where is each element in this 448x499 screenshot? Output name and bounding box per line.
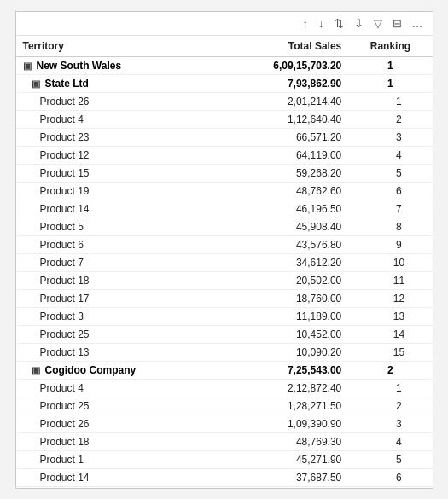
product-name: Product 14	[16, 468, 212, 486]
product-ranking: 8	[348, 218, 432, 235]
product-name: Product 3	[16, 307, 212, 325]
product-sales: 45,908.40	[212, 218, 348, 235]
expand-icon[interactable]: ▣	[32, 78, 44, 90]
table-row: Product 4 2,12,872.40 1	[16, 379, 433, 397]
subgroup-ranking: 2	[348, 361, 432, 379]
product-sales: 37,687.50	[212, 468, 348, 486]
product-ranking: 15	[348, 343, 432, 361]
product-name: Product 19	[16, 182, 212, 200]
product-name: Product 12	[16, 146, 212, 164]
product-ranking: 12	[348, 289, 432, 307]
table-row: Product 23 66,571.20 3	[16, 128, 433, 146]
product-ranking: 10	[348, 253, 432, 271]
product-sales: 10,090.20	[212, 343, 348, 361]
product-name: Product 14	[16, 200, 212, 218]
product-sales: 64,119.00	[212, 146, 348, 164]
table-row: Product 19 48,762.60 6	[16, 182, 433, 200]
table-row: Product 7 34,612.20 10	[16, 253, 433, 271]
table-row: Product 5 32,119.80 7	[16, 486, 433, 488]
product-ranking: 3	[348, 415, 432, 432]
product-ranking: 2	[348, 397, 432, 415]
product-sales: 48,769.30	[212, 432, 348, 450]
expand-icon[interactable]: ▣	[23, 61, 35, 72]
table-row: Product 18 48,769.30 4	[16, 432, 433, 450]
download-icon[interactable]: ⇩	[352, 16, 366, 31]
table-header-row: Territory Total Sales Ranking	[16, 36, 433, 57]
table-row: Product 17 18,760.00 12	[16, 289, 433, 307]
table-row: Product 13 10,090.20 15	[16, 343, 433, 361]
col-territory: Territory	[16, 36, 212, 57]
table-row: Product 14 46,196.50 7	[16, 200, 433, 218]
table-row: Product 6 43,576.80 9	[16, 235, 433, 253]
product-sales: 10,452.00	[212, 325, 348, 343]
product-ranking: 1	[348, 92, 432, 110]
product-sales: 46,196.50	[212, 200, 348, 218]
expand-icon[interactable]: ▣	[32, 365, 44, 376]
product-sales: 2,12,872.40	[212, 379, 348, 397]
product-sales: 43,576.80	[212, 235, 348, 253]
product-ranking: 6	[348, 182, 432, 200]
product-ranking: 5	[348, 450, 432, 468]
product-sales: 45,271.90	[212, 450, 348, 468]
table-row: Product 25 1,28,271.50 2	[16, 397, 433, 415]
product-ranking: 4	[348, 432, 432, 450]
product-name: Product 7	[16, 253, 212, 271]
table-row: Product 3 11,189.00 13	[16, 307, 433, 325]
product-sales: 1,28,271.50	[212, 397, 348, 415]
product-name: Product 5	[16, 218, 212, 235]
product-name: Product 18	[16, 432, 212, 450]
table-row: Product 18 20,502.00 11	[16, 271, 433, 289]
product-name: Product 15	[16, 164, 212, 182]
group-header-row[interactable]: ▣New South Wales 6,09,15,703.20 1	[16, 56, 433, 74]
toolbar: ↑ ↓ ⇅ ⇩ ▽ ⊟ …	[16, 12, 433, 36]
product-ranking: 5	[348, 164, 432, 182]
product-name: Product 17	[16, 289, 212, 307]
product-ranking: 14	[348, 325, 432, 343]
filter-icon[interactable]: ▽	[371, 16, 385, 31]
product-sales: 34,612.20	[212, 253, 348, 271]
subgroup-name: ▣State Ltd	[16, 74, 212, 92]
product-sales: 2,01,214.40	[212, 92, 348, 110]
product-name: Product 18	[16, 271, 212, 289]
collapse-icon[interactable]: ⊟	[390, 16, 404, 31]
table-wrapper[interactable]: Territory Total Sales Ranking ▣New South…	[16, 36, 433, 488]
product-ranking: 7	[348, 486, 432, 488]
table-row: Product 4 1,12,640.40 2	[16, 110, 433, 128]
product-ranking: 3	[348, 128, 432, 146]
col-total-sales: Total Sales	[212, 36, 348, 57]
subgroup-header-row[interactable]: ▣State Ltd 7,93,862.90 1	[16, 74, 433, 92]
table-row: Product 26 1,09,390.90 3	[16, 415, 433, 432]
product-name: Product 13	[16, 343, 212, 361]
product-name: Product 4	[16, 110, 212, 128]
product-sales: 66,571.20	[212, 128, 348, 146]
product-sales: 1,12,640.40	[212, 110, 348, 128]
col-ranking: Ranking	[348, 36, 432, 57]
product-name: Product 6	[16, 235, 212, 253]
product-sales: 11,189.00	[212, 307, 348, 325]
product-name: Product 1	[16, 450, 212, 468]
table-row: Product 12 64,119.00 4	[16, 146, 433, 164]
product-sales: 20,502.00	[212, 271, 348, 289]
product-ranking: 13	[348, 307, 432, 325]
product-ranking: 6	[348, 468, 432, 486]
subgroup-ranking: 1	[348, 74, 432, 92]
table-row: Product 14 37,687.50 6	[16, 468, 433, 486]
product-name: Product 23	[16, 128, 212, 146]
sort-both-icon[interactable]: ⇅	[332, 16, 346, 31]
more-icon[interactable]: …	[410, 16, 426, 31]
group-sales: 6,09,15,703.20	[212, 56, 348, 74]
sort-desc-icon[interactable]: ↓	[316, 16, 327, 31]
product-ranking: 11	[348, 271, 432, 289]
subgroup-header-row[interactable]: ▣Cogidoo Company 7,25,543.00 2	[16, 361, 433, 379]
group-ranking: 1	[348, 56, 432, 74]
sort-asc-icon[interactable]: ↑	[300, 16, 311, 31]
table-row: Product 26 2,01,214.40 1	[16, 92, 433, 110]
product-name: Product 5	[16, 486, 212, 488]
product-sales: 59,268.20	[212, 164, 348, 182]
table-row: Product 15 59,268.20 5	[16, 164, 433, 182]
product-name: Product 4	[16, 379, 212, 397]
table-row: Product 5 45,908.40 8	[16, 218, 433, 235]
product-ranking: 2	[348, 110, 432, 128]
table-row: Product 1 45,271.90 5	[16, 450, 433, 468]
widget-container: ↑ ↓ ⇅ ⇩ ▽ ⊟ … Territory Total Sales Rank…	[15, 11, 433, 489]
